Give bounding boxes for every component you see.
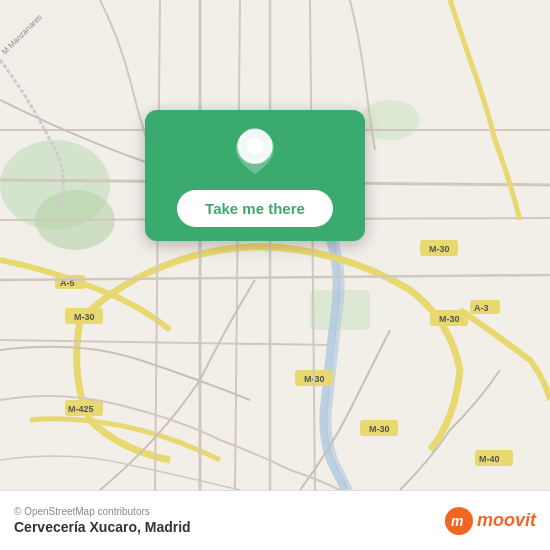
location-card: Take me there (145, 110, 365, 241)
bottom-left-info: © OpenStreetMap contributors Cervecería … (14, 506, 191, 535)
map-background: M-30 M-30 M-30 M-30 M-30 A-5 A-3 M-425 M… (0, 0, 550, 490)
location-pin-icon (231, 128, 279, 176)
map-container: M-30 M-30 M-30 M-30 M-30 A-5 A-3 M-425 M… (0, 0, 550, 490)
take-me-there-button[interactable]: Take me there (177, 190, 333, 227)
svg-text:M-425: M-425 (68, 404, 94, 414)
moovit-icon: m (445, 507, 473, 535)
svg-text:M-30: M-30 (369, 424, 390, 434)
svg-text:M-30: M-30 (74, 312, 95, 322)
svg-text:M-30: M-30 (429, 244, 450, 254)
moovit-brand-text: moovit (477, 510, 536, 531)
bottom-bar: © OpenStreetMap contributors Cervecería … (0, 490, 550, 550)
svg-point-39 (247, 138, 264, 155)
copyright-text: © OpenStreetMap contributors (14, 506, 191, 517)
svg-text:M-30: M-30 (439, 314, 460, 324)
svg-text:A-3: A-3 (474, 303, 489, 313)
svg-text:M-40: M-40 (479, 454, 500, 464)
moovit-logo: m moovit (445, 507, 536, 535)
location-name: Cervecería Xucaro, Madrid (14, 519, 191, 535)
svg-text:m: m (451, 513, 463, 529)
